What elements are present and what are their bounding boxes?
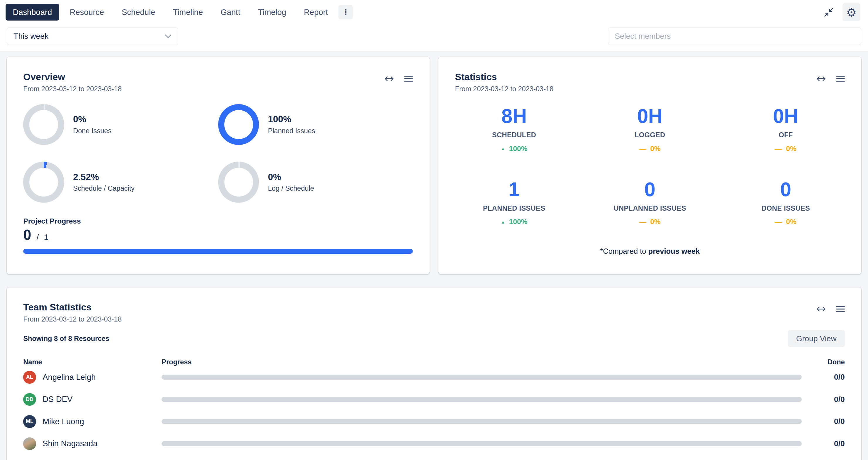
stat-planned-issues: 1 PLANNED ISSUES ▲ 100%	[446, 180, 582, 226]
stat-delta-value: 0%	[650, 145, 660, 153]
settings-gear-icon[interactable]: ⚙	[842, 3, 860, 21]
header-zone: Dashboard Resource Schedule Timeline Gan…	[0, 0, 868, 51]
stat-logged: 0H LOGGED — 0%	[582, 106, 718, 153]
collapse-icon[interactable]	[824, 7, 834, 17]
stat-delta: — 0%	[582, 218, 718, 226]
tab-resource[interactable]: Resource	[62, 4, 111, 21]
donut-schedule-capacity: 2.52% Schedule / Capacity	[23, 162, 218, 203]
donut-chart	[218, 104, 259, 145]
top-cards-row: Overview From 2023-03-12 to 2023-03-18	[7, 57, 862, 274]
member-progress-bar	[162, 419, 801, 424]
stat-label: DONE ISSUES	[718, 205, 854, 212]
donut-value: 100%	[268, 114, 315, 125]
card-menu-icon[interactable]	[836, 75, 845, 82]
donut-log-schedule: 0% Log / Schedule	[218, 162, 413, 203]
dashboard-content: Overview From 2023-03-12 to 2023-03-18	[0, 51, 868, 460]
statistics-card: Statistics From 2023-03-12 to 2023-03-18	[438, 57, 861, 274]
more-tabs-icon[interactable]: ⋮	[338, 5, 353, 19]
done-separator: /	[838, 373, 840, 381]
chevron-down-icon	[165, 34, 172, 38]
team-row: Shin Nagasada 0/0	[23, 433, 845, 455]
expand-horizontal-icon[interactable]	[816, 75, 826, 82]
stat-delta-value: 0%	[786, 218, 797, 226]
resources-count-label: Showing 8 of 8 Resources	[23, 335, 109, 343]
member-done-count: 0/0	[812, 395, 845, 404]
donut-chart	[218, 162, 259, 203]
member-name: Shin Nagasada	[42, 439, 97, 448]
trend-up-icon: ▲	[501, 146, 505, 151]
progress-separator: /	[36, 232, 41, 242]
team-row: DD DS DEV 0/0	[23, 389, 845, 411]
trend-flat-icon: —	[639, 145, 647, 153]
stat-delta-value: 0%	[650, 218, 660, 226]
stat-label: PLANNED ISSUES	[446, 205, 582, 212]
tab-gantt[interactable]: Gantt	[214, 4, 248, 21]
stat-value: 8H	[446, 106, 582, 126]
avatar-photo	[23, 437, 36, 450]
period-select[interactable]: This week	[7, 28, 178, 45]
card-menu-icon[interactable]	[404, 75, 413, 82]
donut-label: Planned Issues	[268, 127, 315, 135]
progress-done-count: 0	[23, 227, 31, 243]
member-progress-bar	[162, 397, 801, 402]
team-statistics-card: Team Statistics From 2023-03-12 to 2023-…	[7, 287, 862, 460]
trend-flat-icon: —	[639, 218, 647, 225]
stat-delta: — 0%	[582, 145, 718, 153]
stat-scheduled: 8H SCHEDULED ▲ 100%	[446, 106, 582, 153]
stat-delta-value: 0%	[786, 145, 797, 153]
done-separator: /	[838, 395, 840, 404]
stat-label: SCHEDULED	[446, 131, 582, 139]
top-navigation-bar: Dashboard Resource Schedule Timeline Gan…	[0, 0, 868, 24]
total-value: 0	[840, 373, 845, 381]
member-cell: ML Mike Luong	[23, 415, 162, 428]
trend-flat-icon: —	[775, 218, 782, 225]
footnote-period: previous week	[648, 247, 700, 255]
team-statistics-title: Team Statistics	[23, 302, 122, 313]
trend-up-icon: ▲	[501, 220, 505, 224]
donut-value: 0%	[268, 172, 314, 182]
period-select-value: This week	[13, 32, 49, 41]
team-row: ML Mike Luong 0/0	[23, 410, 845, 433]
team-table-header: Name Progress Done	[23, 358, 845, 366]
overview-card-header: Overview From 2023-03-12 to 2023-03-18	[23, 71, 413, 93]
stat-delta: — 0%	[718, 218, 854, 226]
comparison-footnote: *Compared to previous week	[455, 247, 845, 255]
member-progress-bar	[162, 441, 801, 446]
member-progress-cell	[162, 375, 811, 379]
group-view-button[interactable]: Group View	[788, 330, 845, 347]
tab-report[interactable]: Report	[297, 4, 335, 21]
select-members-input[interactable]	[608, 28, 862, 45]
expand-horizontal-icon[interactable]	[816, 306, 826, 312]
done-separator: /	[838, 439, 840, 448]
donut-value: 2.52%	[73, 172, 134, 182]
project-progress-fill	[23, 249, 413, 254]
team-toolbar: Showing 8 of 8 Resources Group View	[23, 330, 845, 347]
member-cell: AL Angelina Leigh	[23, 371, 162, 384]
tab-schedule[interactable]: Schedule	[115, 4, 162, 21]
overview-card: Overview From 2023-03-12 to 2023-03-18	[7, 57, 430, 274]
tab-dashboard[interactable]: Dashboard	[6, 4, 59, 21]
overview-donut-grid: 0% Done Issues 100% Planned Issues	[23, 104, 413, 203]
expand-horizontal-icon[interactable]	[384, 75, 394, 82]
tab-timelog[interactable]: Timelog	[251, 4, 293, 21]
stat-value: 1	[446, 180, 582, 200]
done-value: 0	[834, 395, 838, 404]
avatar: ML	[23, 415, 36, 428]
avatar: AL	[23, 371, 36, 384]
stat-value: 0H	[582, 106, 718, 126]
progress-total-count: 1	[44, 232, 49, 242]
statistics-card-actions	[816, 71, 845, 93]
project-progress-label: Project Progress	[23, 217, 413, 225]
donut-chart	[23, 104, 64, 145]
donut-value: 0%	[73, 114, 112, 125]
stat-label: LOGGED	[582, 131, 718, 139]
stat-delta: ▲ 100%	[446, 145, 582, 153]
tab-timeline[interactable]: Timeline	[166, 4, 210, 21]
donut-done-issues: 0% Done Issues	[23, 104, 218, 145]
card-menu-icon[interactable]	[836, 306, 845, 312]
project-progress-bar	[23, 249, 413, 254]
team-row: AL Angelina Leigh 0/0	[23, 366, 845, 389]
total-value: 0	[840, 417, 845, 426]
member-name: DS DEV	[42, 395, 72, 404]
done-value: 0	[834, 417, 838, 426]
